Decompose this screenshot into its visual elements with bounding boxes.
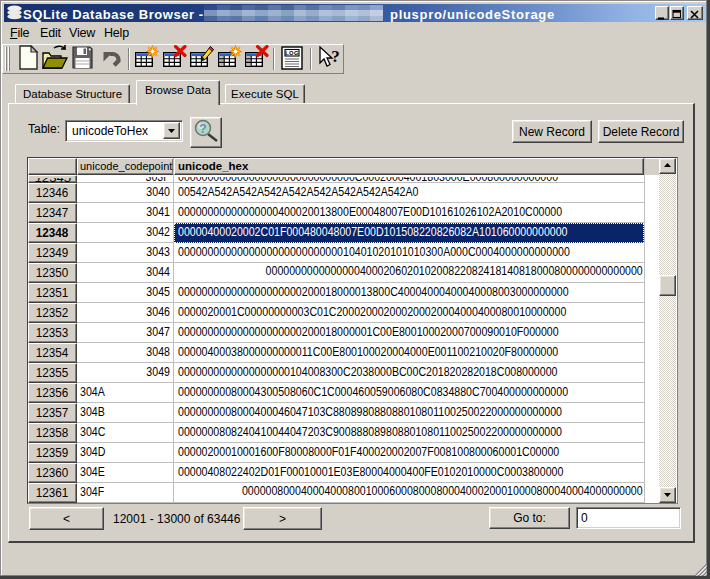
svg-text:?: ? xyxy=(199,122,206,136)
svg-text:?: ? xyxy=(331,47,340,66)
svg-text:LOG: LOG xyxy=(285,50,299,56)
